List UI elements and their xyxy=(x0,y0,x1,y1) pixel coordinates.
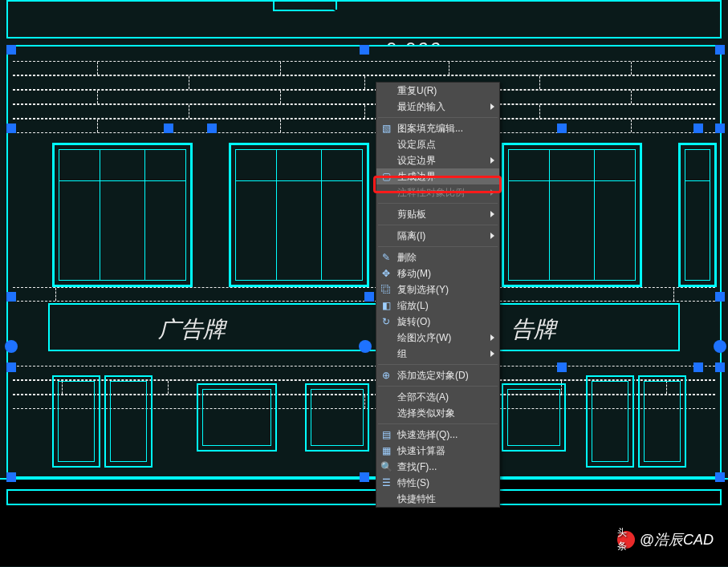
grip[interactable] xyxy=(715,362,725,372)
menu-rotate[interactable]: ↻旋转(O) xyxy=(376,314,499,330)
context-menu: 重复U(R) 最近的输入 ▧图案填充编辑... 设定原点 设定边界 ▢生成边界 … xyxy=(376,82,500,508)
grip[interactable] xyxy=(6,472,16,482)
submenu-arrow-icon xyxy=(490,350,494,357)
menu-move[interactable]: ✥移动(M) xyxy=(376,265,499,281)
menu-quickcalc[interactable]: ▦快速计算器 xyxy=(376,443,499,459)
sign-text-right: 告牌 xyxy=(511,314,556,345)
door-3 xyxy=(586,375,634,468)
menu-properties[interactable]: ☰特性(S) xyxy=(376,475,499,491)
erase-icon: ✎ xyxy=(380,251,392,264)
sign-text-left: 广告牌 xyxy=(158,314,226,345)
menu-erase[interactable]: ✎删除 xyxy=(376,249,499,265)
grip[interactable] xyxy=(693,362,703,372)
submenu-arrow-icon xyxy=(490,157,494,164)
menu-draw-order[interactable]: 绘图次序(W) xyxy=(376,330,499,346)
submenu-arrow-icon xyxy=(490,103,494,110)
ground-line xyxy=(6,489,722,505)
window-upper-2 xyxy=(229,143,369,287)
boundary-icon: ▢ xyxy=(380,170,392,183)
menu-separator xyxy=(378,423,498,424)
door-4 xyxy=(638,375,686,468)
grip[interactable] xyxy=(557,124,567,133)
facade-elevation: 广告牌 告牌 xyxy=(6,45,722,478)
lower-window-1 xyxy=(197,383,277,452)
menu-hatch-edit[interactable]: ▧图案填充编辑... xyxy=(376,120,499,136)
window-upper-4 xyxy=(678,143,717,287)
window-upper-3 xyxy=(502,143,642,287)
menu-set-boundary[interactable]: 设定边界 xyxy=(376,152,499,168)
menu-separator xyxy=(378,246,498,247)
grip[interactable] xyxy=(693,124,703,133)
grip[interactable] xyxy=(360,45,369,55)
menu-isolate[interactable]: 隔离(I) xyxy=(376,228,499,244)
menu-separator xyxy=(378,225,498,225)
submenu-arrow-icon xyxy=(490,233,494,239)
submenu-arrow-icon xyxy=(490,189,494,196)
menu-quick-select[interactable]: ▤快速选择(Q)... xyxy=(376,427,499,443)
grip[interactable] xyxy=(6,292,16,302)
menu-quick-properties[interactable]: 快捷特性 xyxy=(376,491,499,507)
grip[interactable] xyxy=(715,292,725,302)
grip[interactable] xyxy=(715,472,725,482)
menu-separator xyxy=(378,203,498,204)
grip[interactable] xyxy=(714,340,726,353)
menu-separator xyxy=(378,117,498,118)
grip[interactable] xyxy=(557,362,567,372)
add-selected-icon: ⊕ xyxy=(380,369,392,382)
grip[interactable] xyxy=(360,472,369,482)
copy-icon: ⿻ xyxy=(380,283,392,296)
move-icon: ✥ xyxy=(380,267,392,280)
grip[interactable] xyxy=(6,124,16,133)
menu-scale[interactable]: ◧缩放(L) xyxy=(376,298,499,314)
menu-add-selected[interactable]: ⊕添加选定对象(D) xyxy=(376,367,499,383)
menu-find[interactable]: 🔍查找(F)... xyxy=(376,459,499,475)
door-2 xyxy=(104,375,153,468)
grip[interactable] xyxy=(207,124,217,133)
menu-annotative-scale: 注释性对象比例 xyxy=(376,184,499,200)
scale-icon: ◧ xyxy=(380,299,392,312)
grip[interactable] xyxy=(6,45,16,55)
window-symbol xyxy=(273,0,337,11)
menu-deselect-all[interactable]: 全部不选(A) xyxy=(376,389,499,405)
menu-separator xyxy=(378,386,498,387)
properties-icon: ☰ xyxy=(380,476,392,489)
submenu-arrow-icon xyxy=(490,334,494,341)
menu-repeat[interactable]: 重复U(R) xyxy=(376,83,499,99)
door-1 xyxy=(52,375,100,468)
rotate-icon: ↻ xyxy=(380,315,392,328)
cad-viewport[interactable]: 9.900 广告牌 告牌 xyxy=(0,0,728,567)
upper-panel xyxy=(6,0,722,38)
menu-clipboard[interactable]: 剪贴板 xyxy=(376,206,499,222)
menu-recent-input[interactable]: 最近的输入 xyxy=(376,99,499,115)
grip[interactable] xyxy=(364,292,374,302)
menu-group[interactable]: 组 xyxy=(376,346,499,362)
grip[interactable] xyxy=(6,362,16,372)
menu-copy-selection[interactable]: ⿻复制选择(Y) xyxy=(376,281,499,298)
find-icon: 🔍 xyxy=(380,460,392,473)
grip[interactable] xyxy=(715,45,725,55)
grip[interactable] xyxy=(715,124,725,133)
calculator-icon: ▦ xyxy=(380,444,392,457)
window-upper-1 xyxy=(52,143,193,287)
toutiao-logo-icon: 头条 xyxy=(617,531,635,549)
watermark-text: @浩辰CAD xyxy=(640,530,714,549)
grip[interactable] xyxy=(5,340,18,353)
lower-window-3 xyxy=(502,383,566,452)
menu-generate-boundary[interactable]: ▢生成边界 xyxy=(376,168,499,184)
menu-separator xyxy=(378,364,498,365)
quick-select-icon: ▤ xyxy=(380,428,392,441)
watermark: 头条 @浩辰CAD xyxy=(617,530,714,549)
roof-symbol xyxy=(333,10,405,34)
menu-set-origin[interactable]: 设定原点 xyxy=(376,136,499,152)
hatch-icon: ▧ xyxy=(380,122,392,135)
grip[interactable] xyxy=(164,124,173,133)
lower-window-2 xyxy=(305,383,369,452)
menu-select-similar[interactable]: 选择类似对象 xyxy=(376,405,499,421)
grip[interactable] xyxy=(359,340,372,353)
submenu-arrow-icon xyxy=(490,211,494,217)
